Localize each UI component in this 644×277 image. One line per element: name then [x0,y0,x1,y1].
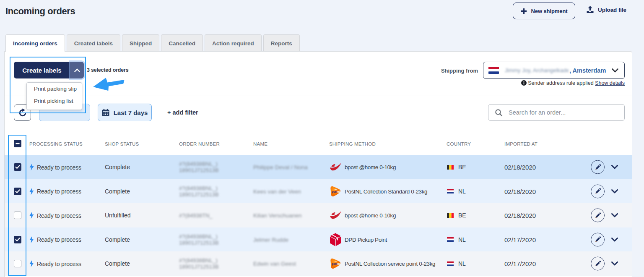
svg-text:nl: nl [337,263,340,266]
svg-text:post: post [332,190,338,193]
svg-text:post: post [332,263,338,266]
svg-text:nl: nl [337,190,340,193]
